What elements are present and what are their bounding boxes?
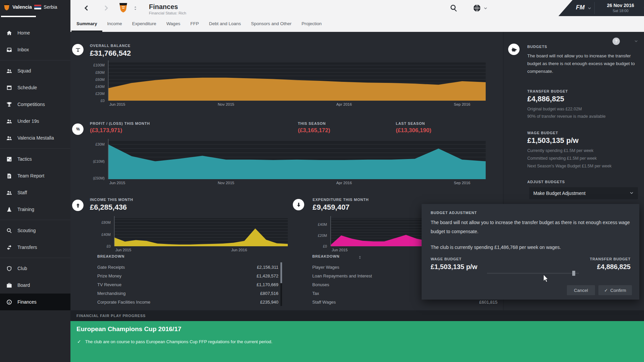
back-button[interactable] — [83, 4, 90, 12]
sidebar-item-label: Staff — [17, 190, 27, 195]
fm-menu[interactable]: FM — [576, 4, 585, 11]
fm-chevron-icon[interactable] — [587, 6, 592, 11]
sidebar-item-club[interactable]: Club — [0, 260, 70, 277]
breakdown-row-merchandising[interactable]: Merchandising£807,516 — [97, 289, 278, 298]
team-selector-updown-icon[interactable] — [133, 6, 138, 11]
search-icon[interactable] — [449, 4, 458, 12]
wage-budget-note3: Next Season's Wage Budget £1.5M per week — [527, 164, 611, 168]
budget-slider[interactable] — [487, 273, 579, 274]
sidebar-item-home[interactable]: Home — [0, 24, 70, 41]
y-axis-tick: £40M — [318, 222, 327, 226]
confirm-button[interactable]: ✓ Confirm — [598, 285, 632, 295]
sidebar-item-finances[interactable]: £Finances — [0, 294, 70, 310]
ffp-status-note: The club are on course to pass European … — [85, 339, 272, 344]
breakdown-item-name: Merchandising — [97, 289, 126, 298]
profit-loss-value: (£3,173,971) — [90, 127, 122, 134]
y-axis-tick: £0 — [107, 244, 111, 248]
y-axis-tick: £20M — [95, 92, 105, 96]
svg-text:£: £ — [8, 301, 10, 304]
check-icon: ✓ — [604, 288, 608, 293]
transfer-budget-value: £4,886,825 — [527, 95, 564, 103]
x-axis-tick: Jun 2015 — [115, 248, 131, 252]
x-axis-tick: Jun 2015 — [109, 102, 125, 106]
sidebar-separator — [0, 148, 70, 149]
sidebar-item-team-report[interactable]: Team Report — [0, 167, 70, 184]
expenditure-arrow-down-icon — [293, 199, 304, 210]
ffp-status-panel: European Champions Cup 2016/17 ✓ The clu… — [70, 321, 644, 362]
sidebar-separator — [0, 60, 70, 60]
tabbar-chevron-icon[interactable] — [634, 39, 638, 44]
breakdown-row-prize-money[interactable]: Prize Money£1,428,572 — [97, 272, 278, 280]
budgets-header: BUDGETS — [527, 45, 547, 49]
help-icon[interactable]: ? — [612, 38, 620, 45]
budget-adjustment-dropdown[interactable]: Make Budget Adjustment — [529, 187, 638, 199]
breakdown-item-name: Tax — [312, 289, 319, 298]
breakdown-item-value: £1,428,572 — [257, 272, 278, 280]
breakdown-sort-icon[interactable] — [358, 255, 362, 260]
income-breakdown-list: Gate Receipts£2,156,311Prize Money£1,428… — [97, 263, 278, 307]
chevron-down-icon — [629, 191, 634, 196]
last-season-value: (£13,306,190) — [396, 127, 431, 134]
trophy-icon — [6, 101, 12, 108]
expenditure-value: £9,459,407 — [313, 203, 350, 212]
tab-debt-and-loans[interactable]: Debt and Loans — [204, 16, 246, 32]
tab-wages[interactable]: Wages — [161, 16, 185, 32]
popup-title: BUDGET ADJUSTMENT — [431, 211, 477, 215]
people-icon — [6, 118, 12, 124]
breakdown-row-corporate-facilities-income[interactable]: Corporate Facilities Income£235,940 — [97, 298, 278, 307]
globe-icon[interactable] — [473, 4, 481, 12]
sidebar-item-staff[interactable]: Staff — [0, 184, 70, 201]
income-arrow-up-icon — [72, 200, 84, 211]
tab-summary[interactable]: Summary — [71, 16, 102, 32]
cancel-button[interactable]: Cancel — [567, 285, 595, 295]
tab-sponsors-and-other[interactable]: Sponsors and Other — [246, 16, 297, 32]
tab-ffp[interactable]: FFP — [185, 16, 204, 32]
forward-button[interactable] — [103, 4, 110, 12]
sidebar-item-inbox[interactable]: Inbox — [0, 41, 70, 58]
sidebar-item-transfers[interactable]: Transfers — [0, 239, 70, 256]
sidebar-item-label: Board — [17, 282, 30, 288]
tab-income[interactable]: Income — [102, 16, 127, 32]
breakdown-row-gate-receipts[interactable]: Gate Receipts£2,156,311 — [97, 263, 278, 272]
sidebar-item-board[interactable]: Board — [0, 277, 70, 294]
sidebar-item-valencia-mestalla[interactable]: Valencia Mestalla — [0, 130, 70, 146]
valencia-crest-icon — [3, 3, 10, 11]
y-axis-tick: £80M — [95, 70, 105, 74]
last-season-label: LAST SEASON — [396, 121, 425, 125]
sidebar-club-header[interactable]: Valencia Serbia — [3, 3, 57, 11]
tab-projection[interactable]: Projection — [297, 16, 327, 32]
y-axis-tick: £30M — [95, 142, 105, 146]
y-axis-tick: (£10M) — [93, 159, 105, 163]
sidebar-item-scouting[interactable]: Scouting — [0, 222, 70, 239]
sidebar-item-training[interactable]: Training — [0, 201, 70, 218]
ffp-strip: FINANCIAL FAIR PLAY PROGRESS — [70, 310, 644, 321]
this-season-label: THIS SEASON — [298, 121, 326, 125]
breakdown-item-value: £807,516 — [260, 289, 278, 298]
breakdown-row-tv-revenue[interactable]: TV Revenue£1,170,669 — [97, 280, 278, 289]
game-date-button[interactable]: 26 Nov 2016 Sat 18:00 — [599, 0, 642, 16]
sidebar-item-competitions[interactable]: Competitions — [0, 96, 70, 113]
y-axis-tick: £40M — [101, 232, 111, 237]
popup-board-note: The board will not allow you to increase… — [431, 218, 632, 236]
transfer-budget-label: TRANSFER BUDGET — [527, 89, 568, 93]
y-axis-tick: £60M — [95, 77, 105, 82]
tab-expenditure[interactable]: Expenditure — [127, 16, 161, 32]
sidebar-item-schedule[interactable]: Schedule — [0, 79, 70, 96]
budget-slider-handle[interactable] — [572, 271, 575, 276]
sidebar-item-squad[interactable]: Squad — [0, 62, 70, 79]
serbia-flag-icon — [34, 5, 41, 9]
overall-balance-label: OVERALL BALANCE — [90, 44, 130, 48]
sidebar-item-under-19s[interactable]: Under 19s — [0, 113, 70, 130]
profit-loss-chart: £30M(£10M)(£50M)Jun 2015Nov 2015Apr 2016… — [108, 141, 486, 179]
breakdown-item-name: Gate Receipts — [97, 263, 125, 272]
income-scrollbar[interactable] — [280, 262, 282, 306]
income-scrollbar-thumb[interactable] — [280, 262, 282, 283]
globe-chevron-icon[interactable] — [483, 6, 488, 11]
sidebar-item-tactics[interactable]: Tactics — [0, 151, 70, 167]
page-title: Finances — [149, 3, 178, 11]
wage-budget-label: WAGE BUDGET — [527, 131, 558, 135]
breakdown-item-name: Corporate Facilities Income — [97, 298, 150, 307]
breakdown-item-name: Prize Money — [97, 272, 121, 280]
team-crest-icon[interactable] — [119, 2, 128, 13]
transfer-budget-note1: Original budget was £22.02M — [527, 107, 582, 111]
